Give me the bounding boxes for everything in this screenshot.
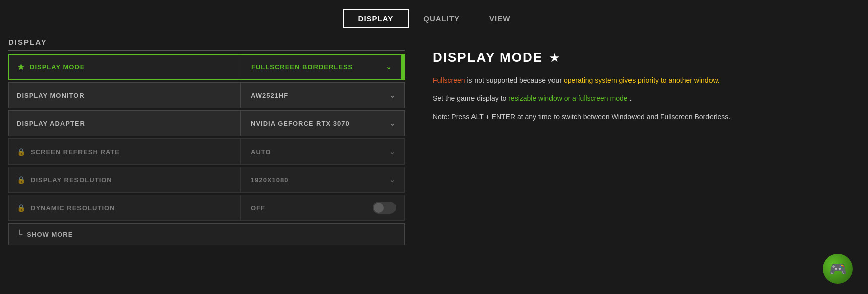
display-monitor-value: AW2521HF ⌄ bbox=[241, 91, 404, 99]
tab-display[interactable]: DISPLAY bbox=[343, 9, 409, 28]
display-resolution-value: 1920X1080 ⌄ bbox=[241, 176, 404, 184]
display-monitor-row[interactable]: DISPLAY MONITOR AW2521HF ⌄ bbox=[8, 82, 405, 108]
desc2-suffix: . bbox=[629, 94, 632, 102]
display-mode-label: ★ DISPLAY MODE bbox=[9, 62, 241, 72]
dynamic-resolution-value: OFF bbox=[241, 202, 404, 214]
display-resolution-row: 🔒 DISPLAY RESOLUTION 1920X1080 ⌄ bbox=[8, 167, 405, 193]
screen-refresh-rate-label: 🔒 SCREEN REFRESH RATE bbox=[9, 148, 240, 156]
chevron-down-icon: ⌄ bbox=[389, 148, 396, 156]
display-mode-row[interactable]: ★ DISPLAY MODE FULLSCREEN BORDERLESS ⌄ bbox=[8, 54, 405, 80]
mascot: 🎮 bbox=[823, 254, 853, 284]
display-mode-value: FULLSCREEN BORDERLESS ⌄ bbox=[241, 63, 401, 71]
desc1-yellow: operating system gives priority to anoth… bbox=[564, 76, 720, 84]
display-adapter-value: NVIDIA GEFORCE RTX 3070 ⌄ bbox=[241, 119, 404, 127]
right-panel: DISPLAY MODE ★ Fullscreen is not support… bbox=[413, 38, 868, 294]
chevron-down-icon: ⌄ bbox=[386, 63, 392, 71]
lock-icon: 🔒 bbox=[17, 148, 26, 156]
display-adapter-row[interactable]: DISPLAY ADAPTER NVIDIA GEFORCE RTX 3070 … bbox=[8, 110, 405, 136]
toggle-switch bbox=[373, 202, 396, 214]
show-more-row[interactable]: └ SHOW MORE bbox=[8, 223, 405, 245]
desc1-middle: is not supported because your bbox=[467, 76, 563, 84]
top-nav: DISPLAY QUALITY VIEW bbox=[0, 0, 868, 28]
right-panel-title-text: DISPLAY MODE bbox=[433, 50, 543, 65]
desc-line-2: Set the game display to resizable window… bbox=[433, 93, 775, 104]
dynamic-resolution-label: 🔒 DYNAMIC RESOLUTION bbox=[9, 204, 240, 212]
chevron-down-icon: ⌄ bbox=[389, 91, 396, 99]
tab-quality[interactable]: QUALITY bbox=[409, 10, 475, 27]
content-area: DISPLAY ★ DISPLAY MODE FULLSCREEN BORDER… bbox=[0, 38, 868, 294]
display-adapter-label: DISPLAY ADAPTER bbox=[9, 120, 240, 127]
chevron-down-icon: ⌄ bbox=[389, 176, 396, 184]
show-more-label: SHOW MORE bbox=[27, 231, 73, 238]
lock-icon: 🔒 bbox=[17, 204, 26, 212]
dynamic-resolution-row: 🔒 DYNAMIC RESOLUTION OFF bbox=[8, 195, 405, 221]
mascot-icon: 🎮 bbox=[823, 254, 853, 284]
section-header: DISPLAY bbox=[8, 38, 405, 51]
desc2-green: resizable window or a fullscreen mode bbox=[508, 94, 627, 102]
title-star-icon: ★ bbox=[549, 51, 560, 65]
desc2-prefix: Set the game display to bbox=[433, 94, 508, 102]
left-panel: DISPLAY ★ DISPLAY MODE FULLSCREEN BORDER… bbox=[0, 38, 413, 294]
screen-refresh-rate-value: AUTO ⌄ bbox=[241, 148, 404, 156]
desc1-red: Fullscreen bbox=[433, 76, 465, 84]
toggle-knob bbox=[374, 203, 384, 213]
display-resolution-label: 🔒 DISPLAY RESOLUTION bbox=[9, 176, 240, 184]
star-icon: ★ bbox=[17, 62, 25, 72]
right-panel-title: DISPLAY MODE ★ bbox=[433, 50, 848, 65]
display-monitor-label: DISPLAY MONITOR bbox=[9, 92, 240, 99]
active-accent bbox=[401, 55, 404, 79]
desc-line-3: Note: Press ALT + ENTER at any time to s… bbox=[433, 111, 775, 122]
chevron-down-icon: ⌄ bbox=[389, 119, 396, 127]
lock-icon: 🔒 bbox=[17, 176, 26, 184]
show-more-icon: └ bbox=[17, 230, 23, 239]
desc-line-1: Fullscreen is not supported because your… bbox=[433, 75, 775, 86]
screen-refresh-rate-row: 🔒 SCREEN REFRESH RATE AUTO ⌄ bbox=[8, 138, 405, 165]
tab-view[interactable]: VIEW bbox=[475, 10, 525, 27]
